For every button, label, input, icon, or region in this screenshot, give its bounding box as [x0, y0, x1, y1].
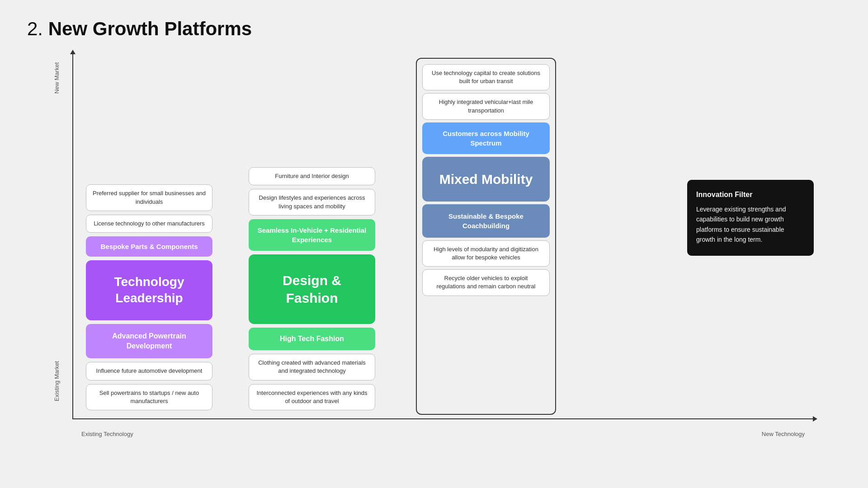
y-axis	[72, 53, 73, 419]
card-customers-mobility-spectrum: Customers across Mobility Spectrum	[422, 122, 550, 154]
card-sustainable-coachbuilding: Sustainable & Bespoke Coachbuilding	[422, 204, 550, 238]
card-bespoke-parts: Bespoke Parts & Components	[86, 236, 212, 257]
card-influence-automotive: Influence future automotive development	[86, 362, 212, 380]
page-title: 2. New Growth Platforms	[27, 18, 841, 40]
card-sell-powertrains: Sell powertrains to startups / new auto …	[86, 384, 212, 410]
col3-mixed-mobility: Use technology capital to create solutio…	[416, 58, 556, 415]
col2-design-fashion: Furniture and Interior design Design lif…	[249, 58, 375, 415]
col1-technology-leadership: Preferred supplier for small businesses …	[86, 58, 212, 415]
card-interconnected-experiences: Interconnected experiences with any kind…	[249, 384, 375, 410]
card-mixed-mobility: Mixed Mobility	[422, 157, 550, 202]
card-recycle-vehicles: Recycle older vehicles to exploit regula…	[422, 269, 550, 296]
card-license-technology: License technology to other manufacturer…	[86, 215, 212, 233]
x-label-left: Existing Technology	[81, 431, 133, 437]
page: 2. New Growth Platforms New Market Exist…	[0, 0, 868, 488]
innovation-filter-box: Innovation Filter Leverage existing stre…	[687, 180, 814, 256]
card-modularity-digitization: High levels of modularity and digitizati…	[422, 240, 550, 267]
x-label-right: New Technology	[762, 431, 805, 437]
card-high-tech-fashion: High Tech Fashion	[249, 328, 375, 350]
card-design-lifestyles: Design lifestyles and experiences across…	[249, 189, 375, 215]
innovation-filter-title: Innovation Filter	[696, 191, 805, 199]
y-label-bottom: Existing Market	[53, 361, 60, 401]
title-text: New Growth Platforms	[48, 18, 252, 39]
card-technology-capital: Use technology capital to create solutio…	[422, 64, 550, 90]
chart-area: New Market Existing Market Existing Tech…	[27, 53, 841, 446]
title-number: 2.	[27, 18, 43, 39]
innovation-filter-body: Leverage existing strengths and capabili…	[696, 204, 805, 245]
card-technology-leadership: Technology Leadership	[86, 260, 212, 320]
x-axis	[72, 418, 814, 419]
card-design-fashion: Design & Fashion	[249, 254, 375, 324]
card-furniture-design: Furniture and Interior design	[249, 167, 375, 185]
card-integrated-vehicular: Highly integrated vehicular+last mile tr…	[422, 93, 550, 119]
card-clothing-advanced: Clothing created with advanced materials…	[249, 354, 375, 380]
card-preferred-supplier: Preferred supplier for small businesses …	[86, 184, 212, 211]
card-seamless-invehicle: Seamless In-Vehicle + Residential Experi…	[249, 219, 375, 251]
card-advanced-powertrain: Advanced Powertrain Development	[86, 324, 212, 359]
y-label-top: New Market	[53, 62, 60, 94]
